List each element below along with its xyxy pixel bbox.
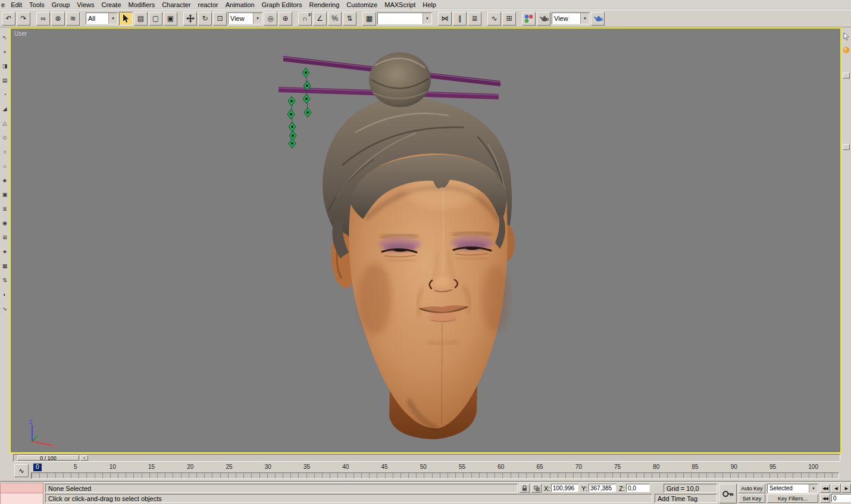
- viewport-label[interactable]: User: [14, 30, 27, 37]
- previous-key-button[interactable]: ◀◀: [820, 494, 830, 503]
- left-toolbar-button-14[interactable]: ◉: [1, 218, 9, 228]
- play-button[interactable]: ▶: [841, 484, 851, 493]
- left-toolbar-button-17[interactable]: ▦: [1, 261, 9, 271]
- edit-named-selections-icon[interactable]: ▦: [362, 12, 376, 26]
- viewport-user[interactable]: User: [10, 27, 841, 453]
- left-toolbar-button-12[interactable]: ▣: [1, 189, 9, 200]
- rectangular-selection-icon[interactable]: ▢: [149, 12, 162, 26]
- menu-item-customize[interactable]: Customize: [343, 1, 381, 8]
- schematic-view-icon[interactable]: ⊞: [502, 12, 516, 26]
- left-toolbar-button-19[interactable]: ◐: [1, 289, 9, 300]
- left-toolbar-button-11[interactable]: ◈: [1, 175, 9, 186]
- menu-item-modifiers[interactable]: Modifiers: [125, 1, 159, 8]
- left-toolbar-button-16[interactable]: ★: [1, 246, 9, 257]
- previous-frame-button[interactable]: ◀: [831, 484, 841, 493]
- chevron-down-icon[interactable]: ▼: [253, 13, 262, 24]
- menu-item-graph-editors[interactable]: Graph Editors: [258, 1, 306, 8]
- left-toolbar-button-9[interactable]: ☼: [1, 146, 9, 157]
- material-editor-icon[interactable]: [522, 12, 536, 26]
- menu-item-create[interactable]: Create: [98, 1, 125, 8]
- select-and-scale-icon[interactable]: ⊡: [213, 12, 227, 26]
- head-model[interactable]: [267, 43, 546, 453]
- collapsed-panel-icon-1[interactable]: [843, 73, 850, 79]
- menu-item-reactor[interactable]: reactor: [194, 1, 221, 8]
- maxscript-macro-recorder-line[interactable]: [0, 483, 43, 493]
- redo-icon[interactable]: ↷: [17, 12, 30, 26]
- menu-item-edit[interactable]: Edit: [7, 1, 26, 8]
- selection-filter-dropdown[interactable]: All ▼: [86, 12, 118, 24]
- left-toolbar-button-13[interactable]: ≣: [1, 204, 9, 214]
- collapsed-panel-icon-2[interactable]: [843, 144, 850, 150]
- sphere-icon[interactable]: [843, 46, 850, 55]
- coord-x-field[interactable]: [551, 484, 578, 492]
- left-toolbar-button-20[interactable]: ∿: [1, 303, 9, 314]
- menu-item-maxscript[interactable]: MAXScript: [381, 1, 419, 8]
- set-key-button[interactable]: Set Key: [739, 494, 765, 503]
- render-type-dropdown[interactable]: View ▼: [552, 12, 590, 24]
- left-toolbar-button-1[interactable]: ↖: [1, 32, 9, 43]
- current-frame-field[interactable]: [831, 494, 851, 502]
- menu-item-group[interactable]: Group: [48, 1, 74, 8]
- left-toolbar-button-7[interactable]: △: [1, 118, 9, 129]
- left-toolbar-button-2[interactable]: ⌖: [1, 46, 9, 57]
- left-toolbar-button-18[interactable]: ⇅: [1, 275, 9, 286]
- unlink-selection-icon[interactable]: ⊗: [51, 12, 65, 26]
- chevron-down-icon[interactable]: ▼: [809, 484, 818, 493]
- cursor-icon[interactable]: [843, 32, 850, 42]
- left-toolbar-button-6[interactable]: ◢: [1, 104, 9, 114]
- curve-editor-icon[interactable]: ∿: [487, 12, 501, 26]
- align-icon[interactable]: ∥: [453, 12, 467, 26]
- render-scene-icon[interactable]: [537, 12, 550, 26]
- spinner-snap-icon[interactable]: ⇅: [343, 12, 356, 26]
- bind-to-space-warp-icon[interactable]: ≋: [66, 12, 80, 26]
- auto-key-button[interactable]: Auto Key: [739, 484, 765, 493]
- time-slider-handle[interactable]: 0 / 100: [17, 455, 79, 461]
- coord-z-field[interactable]: [626, 484, 650, 492]
- chevron-down-icon[interactable]: ▼: [108, 13, 117, 24]
- mini-curve-editor-button[interactable]: ∿: [14, 464, 29, 477]
- menu-item-views[interactable]: Views: [73, 1, 98, 8]
- named-selection-dropdown[interactable]: ▼: [377, 12, 432, 24]
- select-and-manipulate-icon[interactable]: ⊕: [279, 12, 292, 26]
- maxscript-mini-listener[interactable]: [0, 493, 43, 504]
- chevron-down-icon[interactable]: ▼: [423, 13, 431, 24]
- layer-manager-icon[interactable]: ≣: [468, 12, 481, 26]
- menu-item-animation[interactable]: Animation: [222, 1, 258, 8]
- window-crossing-icon[interactable]: ▣: [164, 12, 177, 26]
- menu-item-help[interactable]: Help: [419, 1, 440, 8]
- key-subobjects-dropdown[interactable]: Selected ▼: [767, 484, 818, 493]
- key-filters-button[interactable]: Key Filters...: [767, 494, 818, 503]
- angle-snap-icon[interactable]: ∠: [313, 12, 327, 26]
- select-and-move-icon[interactable]: [183, 12, 197, 26]
- trackbar-ruler[interactable]: [31, 472, 839, 479]
- absolute-offset-toggle-icon[interactable]: [531, 484, 542, 493]
- add-time-tag-field[interactable]: Add Time Tag: [655, 494, 717, 503]
- left-toolbar-button-4[interactable]: ▤: [1, 75, 9, 86]
- bead-strand-left[interactable]: [287, 96, 296, 148]
- snap-toggle-icon[interactable]: ∩ 3: [298, 12, 312, 26]
- time-slider-track[interactable]: 0 / 100 ›: [13, 454, 840, 462]
- menu-item-file-clipped[interactable]: e: [0, 1, 7, 8]
- left-toolbar-button-5[interactable]: ◔: [1, 89, 9, 100]
- left-toolbar-button-8[interactable]: ◇: [1, 132, 9, 143]
- undo-icon[interactable]: ↶: [2, 12, 15, 26]
- reference-coordinate-dropdown[interactable]: View ▼: [228, 12, 262, 24]
- use-center-icon[interactable]: ◎: [264, 12, 277, 26]
- select-and-link-icon[interactable]: ∞: [36, 12, 50, 26]
- select-by-name-icon[interactable]: ▤: [134, 12, 148, 26]
- menu-item-character[interactable]: Character: [158, 1, 194, 8]
- mirror-icon[interactable]: ⋈: [438, 12, 452, 26]
- go-to-start-button[interactable]: ◀◀: [820, 484, 830, 493]
- chevron-down-icon[interactable]: ▼: [580, 13, 589, 24]
- left-toolbar-button-15[interactable]: ⊞: [1, 232, 9, 243]
- coord-y-field[interactable]: [589, 484, 616, 492]
- menu-item-rendering[interactable]: Rendering: [306, 1, 343, 8]
- time-slider-arrow-button[interactable]: ›: [80, 455, 88, 461]
- menu-item-tools[interactable]: Tools: [26, 1, 48, 8]
- select-object-button[interactable]: [119, 12, 133, 26]
- percent-snap-icon[interactable]: %: [328, 12, 342, 26]
- quick-render-icon[interactable]: [591, 12, 605, 26]
- left-toolbar-button-10[interactable]: ⌂: [1, 161, 9, 171]
- left-toolbar-button-3[interactable]: ◨: [1, 61, 9, 71]
- set-key-mode-button[interactable]: [719, 484, 737, 503]
